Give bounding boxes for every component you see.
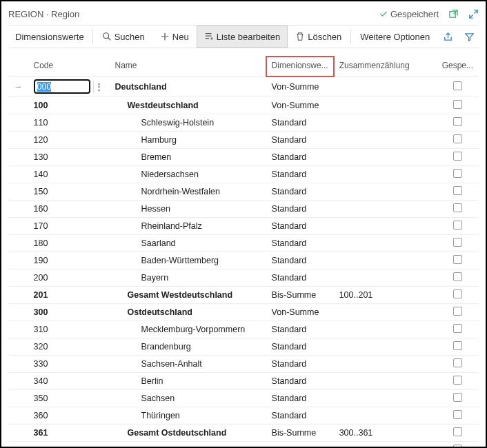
cell-name[interactable]: Hamburg [110,132,266,149]
row-selector[interactable] [8,252,28,269]
table-row[interactable]: 360ThüringenStandard [8,407,479,425]
checkbox[interactable] [453,272,462,281]
row-selector[interactable] [8,442,28,449]
checkbox[interactable] [453,221,462,230]
row-selector[interactable] [8,373,28,390]
cell-sum[interactable] [334,356,437,373]
table-row[interactable]: 201Gesamt WestdeutschlandBis-Summe100..2… [8,287,479,304]
expand-icon[interactable] [468,9,479,19]
cell-code[interactable]: 201 [28,287,110,304]
table-row[interactable]: 120HamburgStandard [8,132,479,149]
cell-sum[interactable] [334,132,437,149]
col-code[interactable]: Code [28,57,110,77]
table-row[interactable]: 320BrandenburgStandard [8,338,479,356]
cell-sum[interactable] [334,269,437,287]
cell-name[interactable]: Hessen [110,201,266,218]
cell-type[interactable]: Standard [266,201,334,218]
table-row[interactable]: 340BerlinStandard [8,373,479,390]
cell-sum[interactable] [334,183,437,201]
cell-code[interactable]: 120 [28,132,110,149]
table-row[interactable]: 150Nordrhein-WestfalenStandard [8,183,479,201]
table-row[interactable]: 310Mecklemburg-VorpommernStandard [8,321,479,338]
cell-code[interactable]: 330 [28,356,110,373]
cell-type[interactable]: Standard [266,356,334,373]
table-row[interactable]: 350SachsenStandard [8,390,479,407]
checkbox[interactable] [453,358,462,367]
checkbox[interactable] [453,186,462,195]
cell-type[interactable]: Standard [266,166,334,183]
checkbox[interactable] [453,376,462,385]
cell-name[interactable]: Gesamt Westdeutschland [110,287,266,304]
share-icon[interactable] [443,32,453,42]
cell-code[interactable]: 300 [28,304,110,321]
table-row[interactable]: 110Schleswig-HolsteinStandard [8,114,479,132]
cell-name[interactable]: Westdeutschland [110,97,266,114]
checkbox[interactable] [453,445,462,448]
table-row[interactable]: 170Rheinland-PfalzStandard [8,218,479,235]
cell-sum[interactable] [334,373,437,390]
cell-sum[interactable] [334,149,437,166]
cell-name[interactable]: Gesamt Ostdeutschland [110,425,266,442]
cell-code[interactable]: 130 [28,149,110,166]
table-row[interactable]: 100WestdeutschlandVon-Summe [8,97,479,114]
row-selector[interactable] [8,287,28,304]
cell-code[interactable]: 360 [28,407,110,425]
cell-name[interactable]: Niedersachsen [110,166,266,183]
cell-type[interactable]: Bis-Summe [266,287,334,304]
cell-locked[interactable] [437,356,479,373]
cell-sum[interactable] [334,252,437,269]
col-sum[interactable]: Zusammenzählung [334,57,437,77]
cell-name[interactable]: Bayern [110,269,266,287]
filter-icon[interactable] [464,32,475,42]
cell-sum[interactable] [334,338,437,356]
cell-sum[interactable] [334,166,437,183]
cell-sum[interactable] [334,304,437,321]
row-selector[interactable] [8,407,28,425]
cell-code[interactable]: ⋮ [28,77,110,97]
cell-locked[interactable] [437,252,479,269]
cell-locked[interactable] [437,269,479,287]
cell-type[interactable]: Standard [266,252,334,269]
cell-type[interactable]: Von-Summe [266,97,334,114]
row-selector[interactable] [8,356,28,373]
cell-code[interactable]: 140 [28,166,110,183]
cell-type[interactable]: Standard [266,390,334,407]
cell-code[interactable]: 310 [28,321,110,338]
cell-locked[interactable] [437,149,479,166]
delete-button[interactable]: Löschen [288,26,349,48]
popout-icon[interactable] [448,9,459,19]
col-type[interactable]: Dimenionswe... [266,57,334,77]
table-row[interactable]: 200BayernStandard [8,269,479,287]
cell-type[interactable]: Standard [266,373,334,390]
cell-type[interactable]: Standard [266,132,334,149]
checkbox[interactable] [453,255,462,264]
table-row[interactable]: 130BremenStandard [8,149,479,166]
cell-locked[interactable] [437,425,479,442]
tab-dimensionvalues[interactable]: Dimensionswerte [8,26,91,48]
table-row[interactable]: →⋮DeutschlandVon-Summe [8,77,479,97]
row-menu-icon[interactable]: ⋮ [93,81,104,93]
cell-sum[interactable]: 000..999 [334,442,437,449]
cell-code[interactable]: 170 [28,218,110,235]
checkbox[interactable] [453,238,462,247]
col-name[interactable]: Name [110,57,266,77]
checkbox[interactable] [453,341,462,350]
cell-locked[interactable] [437,287,479,304]
checkbox[interactable] [453,117,462,126]
table-row[interactable]: 190Baden-WürttembergStandard [8,252,479,269]
cell-code[interactable]: 320 [28,338,110,356]
cell-sum[interactable] [334,235,437,252]
cell-code[interactable]: 150 [28,183,110,201]
checkbox[interactable] [453,324,462,333]
cell-name[interactable]: Rheinland-Pfalz [110,218,266,235]
cell-sum[interactable]: 100..201 [334,287,437,304]
cell-sum[interactable] [334,407,437,425]
cell-name[interactable]: Saarland [110,235,266,252]
table-row[interactable]: 330Sachsen-AnhaltStandard [8,356,479,373]
edit-list-button[interactable]: Liste bearbeiten [197,26,288,48]
cell-locked[interactable] [437,442,479,449]
cell-name[interactable]: Ostdeutschland [110,304,266,321]
row-selector[interactable] [8,218,28,235]
cell-code[interactable]: 200 [28,269,110,287]
table-row[interactable]: 300OstdeutschlandVon-Summe [8,304,479,321]
